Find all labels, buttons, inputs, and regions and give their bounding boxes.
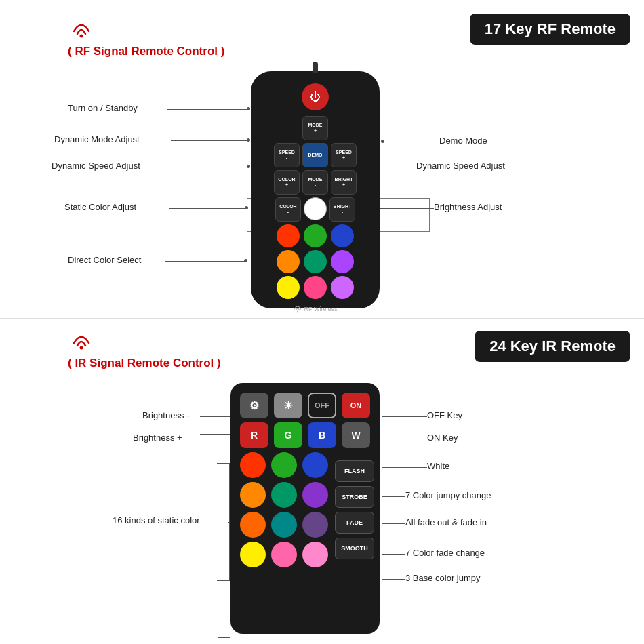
color-row-1 [277, 224, 354, 247]
bright-plus-btn[interactable]: BRIGHT+ [331, 170, 357, 195]
brightness-down-btn[interactable]: ⚙ [240, 393, 268, 418]
rf-row-speed: SPEED- DEMO SPEED+ [258, 143, 373, 167]
line-dynamic-speed-r [378, 167, 416, 167]
line-off-key [382, 416, 427, 417]
rf-remote-badge: 17 Key RF Remote [470, 14, 630, 45]
ann-brightness: Brightness Adjust [434, 202, 502, 212]
ann-off-key: OFF Key [427, 410, 462, 420]
smooth-btn[interactable]: SMOOTH [335, 538, 374, 559]
flash-btn[interactable]: FLASH [335, 460, 374, 482]
color-pink[interactable] [304, 276, 327, 299]
ir-color-row-2 [240, 482, 328, 508]
line-dynamic-speed [172, 167, 249, 167]
color-green[interactable] [304, 224, 327, 247]
r-btn[interactable]: R [240, 422, 268, 448]
dot-dynamic-mode [247, 138, 250, 142]
color-red[interactable] [277, 224, 300, 247]
rf-row-color-mode: COLOR+ MODE- BRIGHT+ [258, 170, 373, 195]
ir-row-top: ⚙ ☀ OFF ON [240, 393, 370, 418]
rf-signal-icon [68, 20, 95, 43]
ann-flash: 7 Color jumpy change [405, 490, 491, 500]
color-row-2 [277, 250, 354, 273]
ir-mixed-row-1: FLASH STROBE FADE SMOOTH [240, 452, 370, 567]
ir-color-light-pink[interactable] [302, 542, 328, 567]
svg-point-1 [297, 311, 298, 313]
ann-white: White [427, 461, 449, 471]
line-direct-color [165, 261, 246, 262]
color-purple[interactable] [331, 250, 354, 273]
color-lavender[interactable] [331, 276, 354, 299]
line-brightness [378, 208, 434, 209]
mode-minus-btn[interactable]: MODE- [302, 170, 328, 195]
ir-color-green[interactable] [271, 452, 297, 478]
color-plus-btn[interactable]: COLOR+ [274, 170, 300, 195]
line-flash [382, 496, 405, 497]
ir-color-row-1 [240, 452, 328, 478]
ann-dynamic-mode: Dynamic Mode Adjust [54, 134, 140, 144]
rf-wireless-label: RF Wireless [294, 306, 338, 313]
bright-minus-btn[interactable]: BRIGHT- [329, 197, 355, 222]
ir-color-purple[interactable] [302, 482, 328, 508]
dot-dynamic-speed [247, 165, 250, 168]
line-turn-on [167, 109, 249, 110]
ann-strobe: All fade out & fade in [405, 517, 487, 527]
ir-color-orange2[interactable] [240, 512, 266, 538]
g-btn[interactable]: G [274, 422, 302, 448]
ir-color-dark-teal[interactable] [271, 512, 297, 538]
ann-dynamic-speed: Dynamic Speed Adjust [52, 161, 140, 171]
color-yellow[interactable] [277, 276, 300, 299]
line-static-color [169, 208, 247, 209]
ir-color-blue[interactable] [302, 452, 328, 478]
ir-remote-body: ⚙ ☀ OFF ON R G B W [230, 383, 380, 634]
ann-brightness-minus: Brightness - [142, 410, 189, 420]
svg-point-0 [80, 35, 83, 38]
top-section: 17 Key RF Remote ( RF Signal Remote Cont… [0, 0, 644, 319]
off-btn[interactable]: OFF [308, 393, 336, 418]
power-button[interactable]: ⏻ [302, 83, 329, 110]
brightness-up-btn[interactable]: ☀ [274, 393, 302, 418]
ir-color-row-3 [240, 512, 328, 538]
w-btn[interactable]: W [342, 422, 370, 448]
ir-color-pink[interactable] [271, 542, 297, 567]
line-bright-minus [200, 416, 230, 417]
demo-btn[interactable]: DEMO [302, 143, 328, 167]
ann-on-key: ON Key [427, 432, 458, 443]
fade-btn[interactable]: FADE [335, 512, 374, 534]
color-teal[interactable] [304, 250, 327, 273]
line-on-key [382, 439, 427, 439]
dot-direct-color [244, 259, 247, 262]
ir-badge-label: 24 Key IR Remote [489, 338, 616, 355]
line-dynamic-mode [171, 140, 249, 141]
ir-signal-label: ( IR Signal Remote Control ) [68, 357, 221, 370]
ir-signal-icon [68, 332, 95, 355]
rf-signal-label: ( RF Signal Remote Control ) [68, 45, 224, 58]
line-fade [382, 554, 405, 555]
ir-color-dark-purple[interactable] [302, 512, 328, 538]
b-btn[interactable]: B [308, 422, 336, 448]
mode-plus-btn[interactable]: MODE+ [302, 116, 328, 140]
ir-color-red[interactable] [240, 452, 266, 478]
rf-remote-body: ⏻ MODE+ SPEED- DEMO SPEED+ COLOR+ MODE- … [251, 71, 380, 308]
color-minus-btn[interactable]: COLOR- [275, 197, 301, 222]
speed-minus-btn[interactable]: SPEED- [274, 143, 300, 167]
color-orange[interactable] [277, 250, 300, 273]
line-bm [218, 637, 230, 638]
color-row-3 [277, 276, 354, 299]
ir-remote-badge: 24 Key IR Remote [475, 331, 630, 362]
rf-row-mode: MODE+ [258, 116, 373, 140]
rf-antenna [313, 62, 318, 73]
strobe-btn[interactable]: STROBE [335, 486, 374, 508]
ann-demo-mode: Demo Mode [439, 136, 487, 146]
on-btn[interactable]: ON [342, 393, 370, 418]
line-demo-mode [383, 142, 439, 142]
white-dot [304, 197, 327, 220]
dot-demo-mode [381, 140, 384, 143]
ann-dynamic-speed-r: Dynamic Speed Adjust [416, 161, 505, 171]
color-blue[interactable] [331, 224, 354, 247]
ir-color-yellow[interactable] [240, 542, 266, 567]
speed-plus-btn[interactable]: SPEED+ [331, 143, 357, 167]
ir-color-teal[interactable] [271, 482, 297, 508]
ir-color-orange[interactable] [240, 482, 266, 508]
line-strobe [382, 523, 405, 524]
line-white [382, 467, 427, 468]
